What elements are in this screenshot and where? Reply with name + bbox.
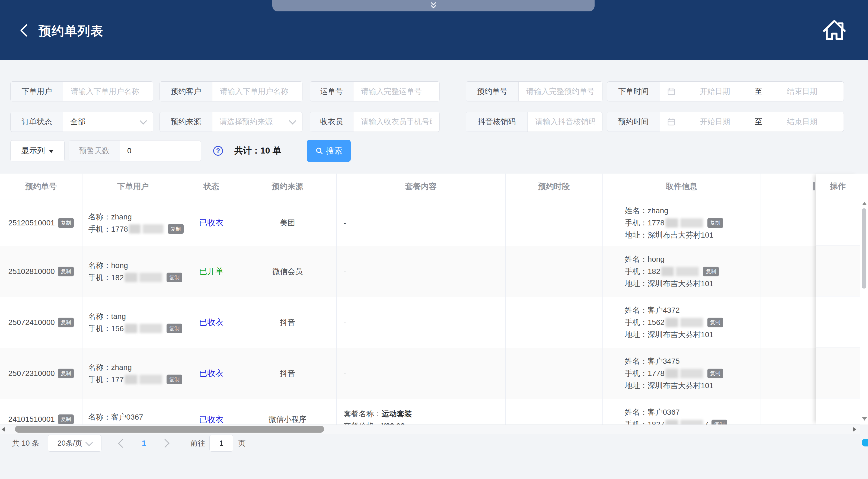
filter-daterange[interactable]: 开始日期 至 结束日期 bbox=[660, 112, 844, 132]
page-size-value: 20条/页 bbox=[58, 438, 83, 448]
user-name: 名称：客户0367 bbox=[88, 411, 184, 423]
filter-label: 预约来源 bbox=[160, 112, 212, 132]
user-phone: 手机：156 复制 bbox=[88, 322, 184, 335]
chevron-down-icon bbox=[86, 439, 93, 446]
clipped-header-glyph bbox=[813, 182, 815, 190]
search-icon bbox=[315, 147, 323, 155]
start-date-placeholder[interactable]: 开始日期 bbox=[681, 117, 749, 127]
package-empty: - bbox=[344, 316, 505, 328]
order-number: 25120510001 bbox=[8, 219, 55, 227]
table-row: 25072410000 复制 名称：tang 手机：156 复制 已收衣 抖音 … bbox=[0, 297, 860, 348]
reservation-slot bbox=[505, 348, 602, 399]
page-title: 预约单列表 bbox=[38, 23, 104, 40]
copy-phone-button[interactable]: 复制 bbox=[166, 273, 182, 282]
filter-select[interactable]: 请选择预约来源 bbox=[212, 112, 302, 132]
total-count: 共计：10 单 bbox=[235, 145, 281, 157]
vertical-scroll-thumb[interactable] bbox=[862, 208, 866, 289]
filter-select[interactable]: 全部 bbox=[63, 112, 153, 132]
scroll-down-arrow[interactable] bbox=[862, 417, 867, 421]
copy-pickup-phone-button[interactable]: 复制 bbox=[703, 267, 719, 277]
masked-digits bbox=[140, 324, 162, 333]
masked-digits bbox=[680, 318, 703, 327]
horizontal-scroll-thumb[interactable] bbox=[15, 426, 324, 433]
filter-text-input[interactable] bbox=[63, 82, 153, 101]
filter-daterange[interactable]: 开始日期 至 结束日期 bbox=[660, 82, 844, 101]
filter-group: 预约客户 bbox=[159, 82, 303, 101]
caret-down-icon bbox=[49, 150, 54, 153]
pickup-address: 地址：深圳布吉大芬村101 bbox=[625, 328, 760, 341]
filter-label: 抖音核销码 bbox=[466, 112, 528, 132]
end-date-placeholder[interactable]: 结束日期 bbox=[768, 86, 837, 97]
action-cell bbox=[816, 398, 860, 450]
next-page-button[interactable] bbox=[161, 439, 169, 448]
calendar-icon bbox=[667, 118, 676, 126]
search-label: 搜索 bbox=[326, 146, 342, 157]
reservation-source: 微信会员 bbox=[272, 267, 303, 276]
copy-order-button[interactable]: 复制 bbox=[58, 369, 74, 378]
prev-page-button[interactable] bbox=[118, 439, 127, 448]
reservation-source: 抖音 bbox=[280, 318, 295, 326]
copy-pickup-phone-button[interactable]: 复制 bbox=[707, 218, 723, 228]
order-number: 24101510001 bbox=[8, 415, 55, 424]
horizontal-scrollbar[interactable] bbox=[0, 424, 860, 434]
alert-days-input[interactable] bbox=[120, 140, 201, 161]
copy-phone-button[interactable]: 复制 bbox=[166, 324, 182, 333]
notification-pull-handle[interactable] bbox=[272, 0, 595, 11]
copy-pickup-phone-button[interactable]: 复制 bbox=[707, 369, 723, 378]
scroll-right-arrow[interactable] bbox=[853, 427, 856, 432]
pickup-phone: 手机：1778 复制 bbox=[625, 367, 760, 379]
help-icon[interactable]: ? bbox=[213, 146, 223, 156]
scroll-up-arrow[interactable] bbox=[862, 202, 867, 205]
masked-digits bbox=[680, 420, 703, 425]
copy-order-button[interactable]: 复制 bbox=[58, 414, 74, 424]
filter-text-input[interactable] bbox=[519, 82, 602, 101]
back-button[interactable] bbox=[17, 23, 32, 38]
user-name: 名称：tang bbox=[88, 310, 184, 322]
order-number: 25072410000 bbox=[8, 318, 55, 327]
pickup-name: 姓名：客户4372 bbox=[625, 304, 760, 316]
vertical-scrollbar[interactable] bbox=[860, 173, 868, 424]
pickup-phone: 手机：1562 复制 bbox=[625, 316, 760, 328]
display-columns-button[interactable]: 显示列 bbox=[10, 140, 65, 161]
column-header: 预约单号 bbox=[0, 173, 82, 200]
orders-table: 预约单号下单用户状态预约来源套餐内容预约时段取件信息 25120510001 复… bbox=[0, 173, 860, 424]
order-number: 25102810000 bbox=[8, 267, 55, 276]
package-empty: - bbox=[344, 265, 505, 278]
filter-text-input[interactable] bbox=[212, 82, 302, 101]
copy-order-button[interactable]: 复制 bbox=[58, 218, 74, 228]
floating-edge-widget[interactable] bbox=[862, 439, 868, 446]
copy-order-button[interactable]: 复制 bbox=[58, 318, 74, 327]
package-empty: - bbox=[344, 217, 505, 229]
current-page[interactable]: 1 bbox=[142, 439, 146, 448]
copy-phone-button[interactable]: 复制 bbox=[166, 375, 182, 384]
masked-digits bbox=[140, 273, 162, 282]
search-button[interactable]: 搜索 bbox=[307, 140, 351, 162]
goto-label: 前往 bbox=[190, 438, 205, 448]
column-header: 预约来源 bbox=[239, 173, 336, 200]
filter-group: 预约时间 开始日期 至 结束日期 bbox=[607, 112, 844, 132]
calendar-icon bbox=[667, 87, 676, 96]
copy-phone-button[interactable]: 复制 bbox=[168, 224, 184, 234]
filter-text-input[interactable] bbox=[353, 112, 439, 132]
display-columns-label: 显示列 bbox=[22, 146, 45, 156]
topbar: 预约单列表 bbox=[0, 0, 868, 60]
toolbar: 显示列 预警天数 ? 共计：10 单 搜索 bbox=[10, 139, 351, 162]
filter-text-input[interactable] bbox=[528, 112, 602, 132]
filter-text-input[interactable] bbox=[353, 82, 439, 101]
masked-digits bbox=[125, 324, 137, 333]
copy-pickup-phone-button[interactable]: 复制 bbox=[707, 318, 723, 327]
status-badge: 已开单 bbox=[199, 267, 223, 276]
copy-order-button[interactable]: 复制 bbox=[58, 267, 74, 277]
start-date-placeholder[interactable]: 开始日期 bbox=[681, 86, 749, 97]
masked-digits bbox=[676, 267, 699, 276]
pickup-phone: 手机：1827 7 复制 bbox=[625, 418, 760, 424]
date-range-separator: 至 bbox=[755, 117, 763, 127]
page-size-select[interactable]: 20条/页 bbox=[48, 435, 101, 452]
pagination-total: 共 10 条 bbox=[12, 438, 39, 448]
scroll-left-arrow[interactable] bbox=[2, 427, 5, 432]
copy-pickup-phone-button[interactable]: 复制 bbox=[712, 420, 727, 425]
home-button[interactable] bbox=[822, 16, 847, 42]
pagination: 共 10 条 20条/页 1 前往 页 bbox=[12, 435, 246, 452]
end-date-placeholder[interactable]: 结束日期 bbox=[768, 117, 837, 127]
goto-page-input[interactable] bbox=[209, 435, 233, 452]
